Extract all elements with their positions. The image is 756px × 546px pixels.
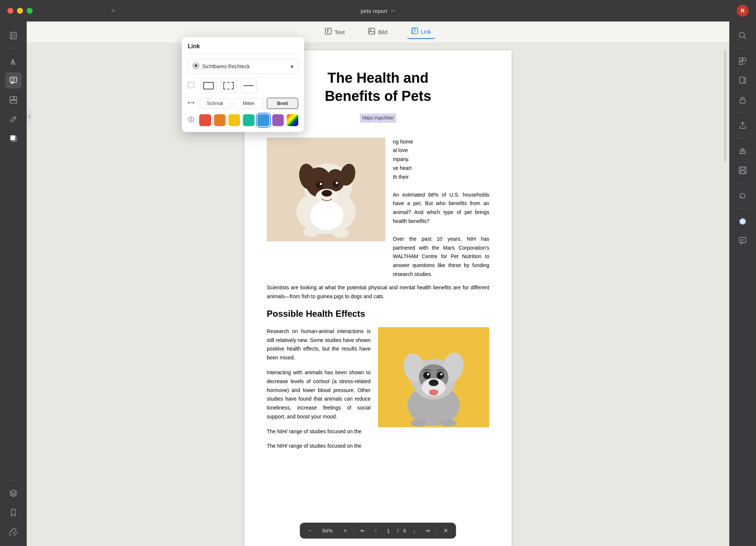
close-toolbar-btn[interactable]: ✕ <box>441 526 450 536</box>
dropdown-text: Sichtbares Rechteck <box>202 63 290 69</box>
annotation-icon[interactable] <box>5 72 22 89</box>
color-rainbow[interactable] <box>287 114 298 126</box>
border-style-row <box>188 78 298 93</box>
right-divider-2 <box>737 112 748 113</box>
svg-line-18 <box>744 37 746 39</box>
left-sidebar: A <box>0 22 27 546</box>
page-separator: / <box>397 528 399 534</box>
intro-text-2: An estimated 68% of U.S. households have… <box>393 191 489 226</box>
svg-point-53 <box>310 201 344 230</box>
text-tool-btn[interactable]: T Text <box>321 26 349 39</box>
bottom-text: The NIH/ range of studies focused on the <box>267 442 489 451</box>
health-para-3: The NIH/ range of studies focused on the <box>267 427 371 436</box>
svg-point-63 <box>429 379 438 386</box>
extract-icon[interactable] <box>734 72 751 89</box>
user-avatar[interactable]: R <box>737 5 749 17</box>
svg-text:T: T <box>326 29 329 34</box>
health-para-1: Research on human-animal interactions is… <box>267 327 371 362</box>
save-icon[interactable] <box>734 162 751 178</box>
svg-point-50 <box>336 182 338 184</box>
border-dashed-preview <box>223 82 234 89</box>
health-para-2: Interacting with animals has been shown … <box>267 368 371 421</box>
close-button[interactable] <box>7 8 13 14</box>
link-url[interactable]: https://upcf/de/ <box>360 114 396 123</box>
svg-point-64 <box>423 372 431 379</box>
color-orange[interactable] <box>214 114 226 126</box>
layers-icon[interactable] <box>5 485 22 501</box>
svg-rect-32 <box>739 237 746 243</box>
svg-rect-16 <box>10 135 15 140</box>
svg-rect-13 <box>10 101 17 103</box>
traffic-lights <box>7 8 33 14</box>
main-content: The Health andBenefits of Pets https://u… <box>27 43 729 546</box>
edit-title-icon[interactable]: ✏ <box>391 8 395 14</box>
popup-dropdown[interactable]: Sichtbares Rechteck ▾ <box>188 59 298 74</box>
stamp-icon[interactable] <box>734 143 751 159</box>
page-number-input[interactable] <box>384 528 393 534</box>
scrollbar[interactable] <box>724 50 726 162</box>
color-teal[interactable] <box>243 114 254 126</box>
svg-point-72 <box>194 64 197 67</box>
title-area: pets report ✏ <box>361 8 395 14</box>
zoom-in-btn[interactable]: + <box>341 526 349 536</box>
sidebar-divider-1 <box>8 48 19 49</box>
first-page-btn[interactable]: ⇤ <box>358 526 368 536</box>
svg-rect-24 <box>740 99 745 103</box>
hexagon-icon[interactable] <box>734 213 751 230</box>
border-solid-option[interactable] <box>200 78 217 93</box>
last-page-btn[interactable]: ⇥ <box>423 526 432 536</box>
paragraph7-start: The NIH/ range of studies focused on the <box>267 428 361 434</box>
zoom-level: 94% <box>318 528 337 534</box>
link-tool-btn[interactable]: Link <box>407 25 436 39</box>
svg-point-48 <box>332 181 339 187</box>
text-tool-icon-toolbar: T <box>325 28 332 36</box>
width-mittel-btn[interactable]: Mittel <box>233 98 264 109</box>
health-effects-text: Research on human-animal interactions is… <box>267 327 371 436</box>
undo-icon[interactable] <box>734 188 751 204</box>
prev-page-btn[interactable]: ↑ <box>372 526 379 536</box>
intro-text-1: ng homeal lovempany.ve heartth their <box>393 138 489 182</box>
border-solid-preview <box>203 82 214 89</box>
color-yellow[interactable] <box>229 114 240 126</box>
layout-icon[interactable] <box>5 92 22 108</box>
zoom-out-btn[interactable]: − <box>306 526 313 536</box>
attachment-icon[interactable] <box>5 524 22 540</box>
search-icon[interactable] <box>734 27 751 44</box>
minimize-button[interactable] <box>17 8 23 14</box>
bild-tool-btn[interactable]: Bild <box>364 26 392 39</box>
notebook-icon[interactable] <box>5 27 22 44</box>
annotation-tab[interactable] <box>27 108 32 126</box>
width-schmal-btn[interactable]: Schmal <box>200 98 230 109</box>
svg-rect-19 <box>739 58 742 61</box>
width-breit-btn[interactable]: Breit <box>267 98 298 109</box>
svg-rect-37 <box>369 28 375 34</box>
comment-icon[interactable] <box>734 233 751 249</box>
next-page-btn[interactable]: ↓ <box>411 526 418 536</box>
svg-rect-20 <box>743 58 746 61</box>
text-tool-icon[interactable]: A <box>5 53 22 69</box>
svg-text:R: R <box>743 63 745 65</box>
maximize-button[interactable] <box>27 8 33 14</box>
dog-image-right <box>378 327 489 427</box>
bookmark-icon[interactable] <box>5 504 22 521</box>
dog-image-left <box>267 138 385 241</box>
svg-point-67 <box>440 373 443 375</box>
svg-point-66 <box>427 373 429 375</box>
share-icon[interactable] <box>734 117 751 134</box>
ocr-icon[interactable]: R <box>734 53 751 69</box>
dropdown-arrow-icon: ▾ <box>290 63 293 70</box>
border-line-option[interactable] <box>240 78 257 93</box>
section-title: Possible Health Effects <box>267 307 489 321</box>
border-dashed-option[interactable] <box>220 78 237 93</box>
color-blue[interactable] <box>257 114 269 126</box>
lock-icon[interactable] <box>734 92 751 108</box>
color-red[interactable] <box>199 114 211 126</box>
svg-point-69 <box>411 419 427 427</box>
edit-doc-icon[interactable] <box>5 111 22 127</box>
duplicate-icon[interactable] <box>5 130 22 147</box>
color-purple[interactable] <box>272 114 284 126</box>
color-icon <box>188 116 196 124</box>
svg-rect-23 <box>740 77 744 83</box>
new-tab-button[interactable]: + <box>111 7 115 15</box>
width-icon <box>188 99 197 108</box>
